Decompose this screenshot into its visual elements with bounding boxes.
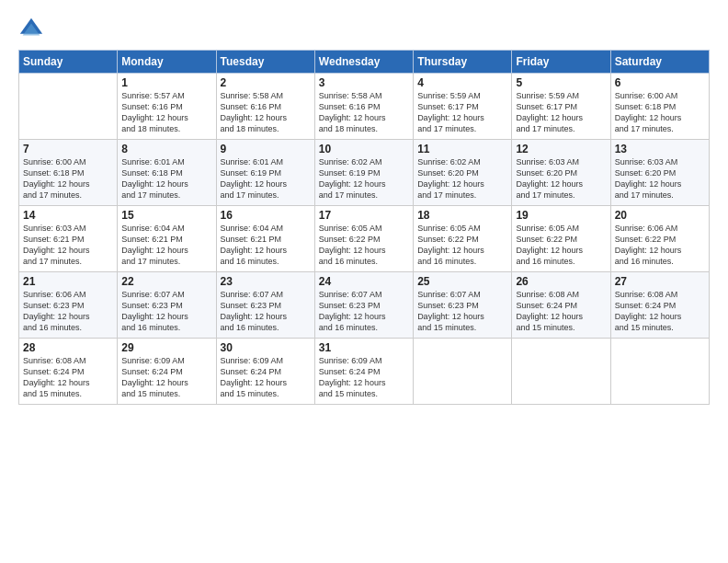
day-number: 28 [23, 341, 113, 354]
day-cell: 12Sunrise: 6:03 AMSunset: 6:20 PMDayligh… [512, 140, 610, 206]
day-info: Sunrise: 6:06 AMSunset: 6:22 PMDaylight:… [615, 223, 705, 268]
day-number: 7 [23, 143, 113, 155]
day-cell: 4Sunrise: 5:59 AMSunset: 6:17 PMDaylight… [414, 74, 512, 140]
day-cell: 24Sunrise: 6:07 AMSunset: 6:23 PMDayligh… [314, 272, 413, 339]
day-info: Sunrise: 6:02 AMSunset: 6:20 PMDaylight:… [417, 156, 507, 201]
logo [18, 17, 48, 42]
day-info: Sunrise: 6:07 AMSunset: 6:23 PMDaylight:… [121, 289, 211, 334]
day-cell: 28Sunrise: 6:08 AMSunset: 6:24 PMDayligh… [19, 339, 118, 405]
col-header-tuesday: Tuesday [216, 51, 314, 74]
day-cell: 2Sunrise: 5:58 AMSunset: 6:16 PMDaylight… [216, 74, 314, 140]
col-header-sunday: Sunday [19, 51, 118, 74]
day-info: Sunrise: 6:09 AMSunset: 6:24 PMDaylight:… [319, 355, 409, 400]
day-info: Sunrise: 6:09 AMSunset: 6:24 PMDaylight:… [121, 355, 211, 400]
col-header-wednesday: Wednesday [314, 51, 413, 74]
day-number: 27 [615, 275, 705, 288]
day-number: 17 [319, 209, 409, 222]
day-number: 10 [319, 143, 409, 155]
day-info: Sunrise: 6:05 AMSunset: 6:22 PMDaylight:… [319, 223, 409, 268]
day-number: 20 [615, 209, 705, 222]
day-cell [610, 339, 709, 405]
col-header-friday: Friday [512, 51, 610, 74]
day-number: 9 [221, 143, 311, 155]
week-row-1: 1Sunrise: 5:57 AMSunset: 6:16 PMDaylight… [19, 74, 710, 140]
day-number: 12 [516, 143, 606, 155]
day-info: Sunrise: 6:08 AMSunset: 6:24 PMDaylight:… [516, 289, 606, 334]
day-cell: 7Sunrise: 6:00 AMSunset: 6:18 PMDaylight… [19, 140, 118, 206]
week-row-4: 21Sunrise: 6:06 AMSunset: 6:23 PMDayligh… [19, 272, 710, 339]
day-cell: 31Sunrise: 6:09 AMSunset: 6:24 PMDayligh… [314, 339, 413, 405]
day-cell: 21Sunrise: 6:06 AMSunset: 6:23 PMDayligh… [19, 272, 118, 339]
day-cell: 27Sunrise: 6:08 AMSunset: 6:24 PMDayligh… [610, 272, 709, 339]
day-cell: 8Sunrise: 6:01 AMSunset: 6:18 PMDaylight… [118, 140, 216, 206]
day-cell: 13Sunrise: 6:03 AMSunset: 6:20 PMDayligh… [610, 140, 709, 206]
day-number: 5 [516, 76, 606, 89]
day-number: 18 [417, 209, 507, 222]
day-number: 31 [319, 341, 409, 354]
day-info: Sunrise: 5:59 AMSunset: 6:17 PMDaylight:… [417, 90, 507, 135]
day-number: 16 [221, 209, 311, 222]
day-number: 14 [23, 209, 113, 222]
day-cell: 30Sunrise: 6:09 AMSunset: 6:24 PMDayligh… [216, 339, 314, 405]
day-number: 26 [516, 275, 606, 288]
col-header-thursday: Thursday [414, 51, 512, 74]
day-info: Sunrise: 6:07 AMSunset: 6:23 PMDaylight:… [319, 289, 409, 334]
day-info: Sunrise: 6:03 AMSunset: 6:21 PMDaylight:… [23, 223, 113, 268]
day-info: Sunrise: 6:08 AMSunset: 6:24 PMDaylight:… [23, 355, 113, 400]
day-number: 19 [516, 209, 606, 222]
day-info: Sunrise: 6:08 AMSunset: 6:24 PMDaylight:… [615, 289, 705, 334]
day-cell: 14Sunrise: 6:03 AMSunset: 6:21 PMDayligh… [19, 206, 118, 272]
day-cell: 22Sunrise: 6:07 AMSunset: 6:23 PMDayligh… [118, 272, 216, 339]
day-info: Sunrise: 6:09 AMSunset: 6:24 PMDaylight:… [221, 355, 311, 400]
day-number: 4 [417, 76, 507, 89]
day-cell: 10Sunrise: 6:02 AMSunset: 6:19 PMDayligh… [314, 140, 413, 206]
logo-icon [18, 17, 44, 42]
day-info: Sunrise: 5:58 AMSunset: 6:16 PMDaylight:… [319, 90, 409, 135]
header [18, 17, 710, 42]
day-info: Sunrise: 6:03 AMSunset: 6:20 PMDaylight:… [516, 156, 606, 201]
day-cell [414, 339, 512, 405]
day-cell: 25Sunrise: 6:07 AMSunset: 6:23 PMDayligh… [414, 272, 512, 339]
calendar-table: SundayMondayTuesdayWednesdayThursdayFrid… [18, 50, 710, 405]
day-cell: 19Sunrise: 6:05 AMSunset: 6:22 PMDayligh… [512, 206, 610, 272]
day-number: 3 [319, 76, 409, 89]
day-info: Sunrise: 6:00 AMSunset: 6:18 PMDaylight:… [615, 90, 705, 135]
col-header-saturday: Saturday [610, 51, 709, 74]
day-number: 30 [221, 341, 311, 354]
day-info: Sunrise: 5:57 AMSunset: 6:16 PMDaylight:… [121, 90, 211, 135]
day-number: 25 [417, 275, 507, 288]
day-info: Sunrise: 6:00 AMSunset: 6:18 PMDaylight:… [23, 156, 113, 201]
day-cell: 29Sunrise: 6:09 AMSunset: 6:24 PMDayligh… [118, 339, 216, 405]
day-number: 21 [23, 275, 113, 288]
week-row-2: 7Sunrise: 6:00 AMSunset: 6:18 PMDaylight… [19, 140, 710, 206]
day-info: Sunrise: 6:07 AMSunset: 6:23 PMDaylight:… [221, 289, 311, 334]
day-cell: 16Sunrise: 6:04 AMSunset: 6:21 PMDayligh… [216, 206, 314, 272]
day-cell [512, 339, 610, 405]
day-cell: 9Sunrise: 6:01 AMSunset: 6:19 PMDaylight… [216, 140, 314, 206]
week-row-3: 14Sunrise: 6:03 AMSunset: 6:21 PMDayligh… [19, 206, 710, 272]
day-info: Sunrise: 5:58 AMSunset: 6:16 PMDaylight:… [221, 90, 311, 135]
header-row: SundayMondayTuesdayWednesdayThursdayFrid… [19, 51, 710, 74]
day-number: 8 [121, 143, 211, 155]
day-cell: 6Sunrise: 6:00 AMSunset: 6:18 PMDaylight… [610, 74, 709, 140]
day-cell: 5Sunrise: 5:59 AMSunset: 6:17 PMDaylight… [512, 74, 610, 140]
day-info: Sunrise: 6:05 AMSunset: 6:22 PMDaylight:… [417, 223, 507, 268]
day-cell: 17Sunrise: 6:05 AMSunset: 6:22 PMDayligh… [314, 206, 413, 272]
page: SundayMondayTuesdayWednesdayThursdayFrid… [0, 0, 728, 563]
day-cell: 1Sunrise: 5:57 AMSunset: 6:16 PMDaylight… [118, 74, 216, 140]
day-info: Sunrise: 6:02 AMSunset: 6:19 PMDaylight:… [319, 156, 409, 201]
day-cell: 26Sunrise: 6:08 AMSunset: 6:24 PMDayligh… [512, 272, 610, 339]
day-info: Sunrise: 6:07 AMSunset: 6:23 PMDaylight:… [417, 289, 507, 334]
day-cell: 20Sunrise: 6:06 AMSunset: 6:22 PMDayligh… [610, 206, 709, 272]
day-number: 29 [121, 341, 211, 354]
week-row-5: 28Sunrise: 6:08 AMSunset: 6:24 PMDayligh… [19, 339, 710, 405]
day-number: 15 [121, 209, 211, 222]
day-info: Sunrise: 6:01 AMSunset: 6:19 PMDaylight:… [221, 156, 311, 201]
day-number: 2 [221, 76, 311, 89]
day-cell: 11Sunrise: 6:02 AMSunset: 6:20 PMDayligh… [414, 140, 512, 206]
day-info: Sunrise: 6:01 AMSunset: 6:18 PMDaylight:… [121, 156, 211, 201]
day-number: 22 [121, 275, 211, 288]
day-info: Sunrise: 6:06 AMSunset: 6:23 PMDaylight:… [23, 289, 113, 334]
day-info: Sunrise: 6:04 AMSunset: 6:21 PMDaylight:… [221, 223, 311, 268]
day-cell: 15Sunrise: 6:04 AMSunset: 6:21 PMDayligh… [118, 206, 216, 272]
